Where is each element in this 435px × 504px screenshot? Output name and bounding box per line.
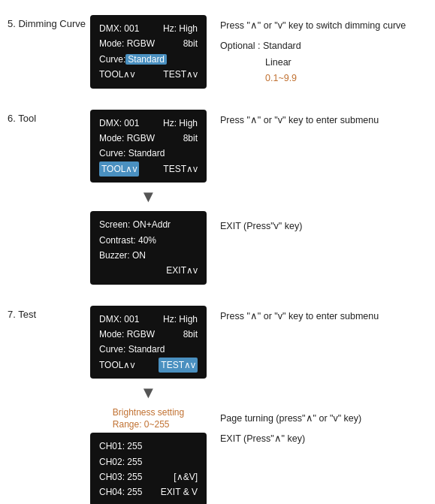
lcd5-line3-highlight: Standard — [125, 54, 167, 65]
section-5-label: 5. Dimming Curve — [8, 15, 90, 29]
brightness-ch03: CH03: 255 — [99, 469, 142, 484]
lcd5-line4-right: TEST∧v — [163, 67, 198, 82]
lcd5-line1-left: DMX: 001 — [99, 21, 139, 36]
test-arrow-down: ▼ — [140, 383, 157, 403]
tool-description: Press "∧" or "v" key to enter submenu EX… — [220, 110, 427, 235]
lcd6-line1-left: DMX: 001 — [99, 116, 139, 131]
dimming-curve-desc-text: Press "∧" or "v" key to switch dimming c… — [220, 18, 427, 34]
section-dimming-curve: 5. Dimming Curve DMX: 001 Hz: High Mode:… — [0, 8, 435, 89]
brightness-ch02: CH02: 255 — [99, 454, 198, 469]
brightness-exit: EXIT & V — [161, 484, 198, 499]
section-test: 7. Test DMX: 001 Hz: High Mode: RGBW 8bi… — [0, 298, 435, 504]
lcd7-line4-left: TOOL∧v — [99, 358, 134, 373]
test-lcd: DMX: 001 Hz: High Mode: RGBW 8bit Curve:… — [90, 306, 207, 379]
lcd6-line2-left: Mode: RGBW — [99, 131, 155, 146]
brightness-ch04: CH04: 255 — [99, 484, 142, 499]
tool-arrow-down: ▼ — [140, 187, 157, 207]
submenu-exit: EXIT∧v — [166, 263, 198, 278]
section-6-label: 6. Tool — [8, 110, 90, 124]
test-page-turning-desc: Page turning (press"∧" or "v" key) — [220, 411, 427, 427]
lcd5-line2-right: 8bit — [183, 36, 198, 51]
submenu-line1: Screen: ON+Addr — [99, 217, 198, 232]
test-submenu-lcd: CH01: 255 CH02: 255 CH03: 255 [∧&V] CH04… — [90, 433, 207, 504]
brightness-label: Brightness setting — [113, 407, 184, 418]
tool-submenu-lcd: Screen: ON+Addr Contrast: 40% Buzzer: ON… — [90, 211, 207, 285]
lcd5-line2-left: Mode: RGBW — [99, 36, 155, 51]
dimming-curve-lcd: DMX: 001 Hz: High Mode: RGBW 8bit Curve:… — [90, 15, 207, 89]
tool-desc-text: Press "∧" or "v" key to enter submenu — [220, 113, 427, 128]
test-description: Press "∧" or "v" key to enter submenu Pa… — [220, 306, 427, 448]
lcd7-line2-right: 8bit — [183, 327, 198, 342]
lcd5-line4-left: TOOL∧v — [99, 67, 134, 82]
lcd5-line3-prefix: Curve: — [99, 54, 125, 65]
optional-standard: Standard — [263, 41, 301, 51]
optional-label: Optional : — [220, 41, 261, 51]
section-7-label: 7. Test — [8, 306, 90, 320]
tool-screen-block: DMX: 001 Hz: High Mode: RGBW 8bit Curve:… — [90, 110, 207, 285]
brightness-ch03-ctrl: [∧&V] — [174, 469, 198, 484]
lcd6-line1-right: Hz: High — [163, 116, 198, 131]
lcd7-line3: Curve: Standard — [99, 344, 165, 355]
optional-range: 0.1~9.9 — [265, 73, 297, 83]
tool-exit-desc: EXIT (Press"v" key) — [220, 219, 427, 234]
test-screen-block: DMX: 001 Hz: High Mode: RGBW 8bit Curve:… — [90, 306, 207, 504]
lcd7-line1-right: Hz: High — [163, 312, 198, 327]
lcd6-line3: Curve: Standard — [99, 148, 165, 158]
dimming-curve-screen-block: DMX: 001 Hz: High Mode: RGBW 8bit Curve:… — [90, 15, 207, 89]
submenu-line2: Contrast: 40% — [99, 233, 198, 248]
lcd5-line1-right: Hz: High — [163, 21, 198, 36]
lcd6-line4-right: TEST∧v — [163, 161, 198, 177]
section-tool: 6. Tool DMX: 001 Hz: High Mode: RGBW 8bi… — [0, 102, 435, 285]
tool-lcd: DMX: 001 Hz: High Mode: RGBW 8bit Curve:… — [90, 110, 207, 183]
lcd6-line4-left: TOOL∧v — [99, 161, 139, 177]
lcd6-line2-right: 8bit — [183, 131, 198, 146]
submenu-line3: Buzzer: ON — [99, 248, 198, 263]
test-exit-desc: EXIT (Press"∧" key) — [220, 431, 427, 447]
test-desc-text: Press "∧" or "v" key to enter submenu — [220, 309, 427, 324]
dimming-curve-optional: Optional : Standard Linear 0.1~9.9 — [220, 38, 427, 86]
lcd7-line2-left: Mode: RGBW — [99, 327, 155, 342]
optional-linear: Linear — [265, 57, 292, 68]
brightness-range: Range: 0~255 — [113, 419, 184, 430]
dimming-curve-description: Press "∧" or "v" key to switch dimming c… — [220, 15, 427, 86]
lcd7-line4-right: TEST∧v — [159, 358, 198, 373]
brightness-ch01: CH01: 255 — [99, 439, 198, 454]
lcd7-line1-left: DMX: 001 — [99, 312, 139, 327]
